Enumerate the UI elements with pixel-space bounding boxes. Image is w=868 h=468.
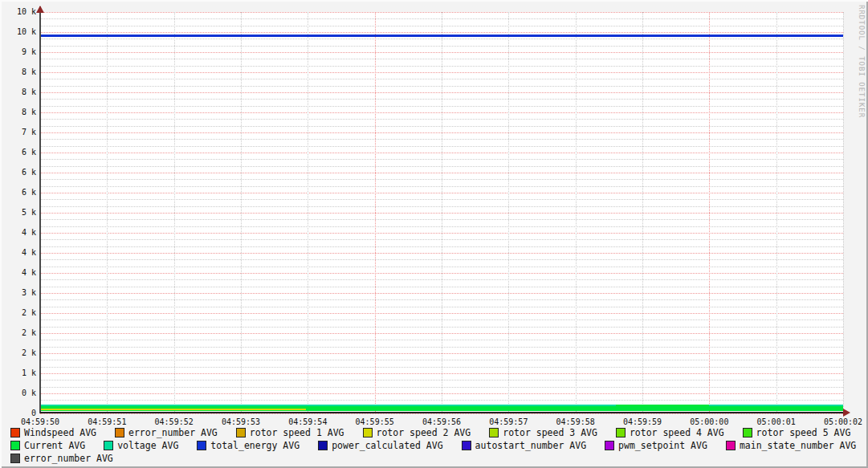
v-gridline-minor: [576, 12, 577, 413]
legend-label: rotor speed 5 AVG: [756, 427, 851, 438]
legend-label: power_calculated AVG: [332, 440, 442, 451]
v-gridline-minor: [843, 12, 844, 413]
y-axis-line: [39, 6, 41, 413]
series-rotor-speed-2-line: [40, 409, 306, 410]
y-axis-tick-label: 5 k: [0, 207, 36, 218]
legend-swatch-icon: [10, 441, 20, 450]
legend-row: Windspeed AVGerror_number AVGrotor speed…: [10, 426, 862, 439]
y-axis-tick-label: 8 k: [0, 67, 36, 77]
legend-item: error_number AVG: [115, 427, 218, 438]
y-axis-tick-label: 8 k: [0, 87, 36, 97]
v-gridline-minor: [107, 12, 108, 413]
legend-item: error_number AVG: [10, 453, 113, 464]
legend-item: rotor speed 4 AVG: [616, 427, 724, 438]
legend-label: total_energy AVG: [210, 440, 300, 451]
legend-item: total_energy AVG: [197, 440, 300, 451]
legend-label: Current AVG: [24, 440, 85, 451]
v-gridline-minor: [308, 12, 308, 413]
legend-item: rotor speed 1 AVG: [236, 427, 344, 438]
legend-swatch-icon: [363, 428, 373, 437]
legend-swatch-icon: [616, 428, 626, 437]
legend-swatch-icon: [104, 441, 113, 450]
legend-label: error_number AVG: [24, 453, 113, 464]
v-gridline-minor: [174, 12, 175, 413]
legend-item: Current AVG: [10, 440, 85, 451]
watermark-text: RRDTOOL / TOBI OETIKER: [858, 5, 866, 118]
y-axis-tick-label: 1 k: [0, 368, 36, 378]
h-gridline-major: [40, 413, 843, 414]
legend-label: pwm_setpoint AVG: [618, 440, 707, 451]
legend: Windspeed AVGerror_number AVGrotor speed…: [10, 426, 862, 465]
v-gridline-minor: [442, 12, 442, 413]
y-axis-arrow-icon: [36, 6, 44, 13]
x-axis-line: [40, 412, 844, 413]
y-axis-tick-label: 7 k: [0, 127, 36, 137]
legend-swatch-icon: [605, 441, 614, 450]
legend-label: autostart_number AVG: [475, 440, 586, 451]
legend-swatch-icon: [10, 454, 20, 463]
y-axis-tick-label: 4 k: [0, 267, 36, 278]
y-axis-tick-label: 10 k: [0, 26, 36, 37]
rrdtool-graph: 10 k10 k9 k8 k8 k8 k7 k6 k6 k6 k5 k4 k4 …: [0, 0, 868, 468]
v-gridline-major: [709, 12, 710, 413]
legend-label: rotor speed 1 AVG: [250, 427, 344, 438]
legend-item: pwm_setpoint AVG: [605, 440, 707, 451]
y-axis-tick-label: 4 k: [0, 227, 36, 238]
legend-item: rotor speed 2 AVG: [363, 427, 471, 438]
y-axis-tick-label: 4 k: [0, 247, 36, 258]
legend-item: voltage AVG: [104, 440, 178, 451]
legend-item: rotor speed 5 AVG: [743, 427, 851, 438]
legend-item: rotor speed 3 AVG: [489, 427, 597, 438]
y-axis-tick-label: 8 k: [0, 107, 36, 117]
legend-swatch-icon: [462, 441, 471, 450]
legend-label: Windspeed AVG: [24, 427, 96, 438]
legend-swatch-icon: [726, 441, 736, 450]
x-axis-arrow-icon: [843, 409, 850, 417]
y-axis-tick-label: 0 k: [0, 388, 36, 398]
y-axis-tick-label: 9 k: [0, 47, 36, 57]
legend-item: main_state_number AVG: [726, 440, 856, 451]
legend-swatch-icon: [236, 428, 246, 437]
y-axis-tick-label: 2 k: [0, 348, 36, 358]
legend-item: power_calculated AVG: [318, 440, 442, 451]
y-axis-tick-label: 3 k: [0, 287, 36, 298]
legend-swatch-icon: [115, 428, 124, 437]
v-gridline-minor: [642, 12, 643, 413]
legend-label: rotor speed 3 AVG: [503, 427, 597, 438]
plot-area: [40, 12, 843, 413]
series-current-band-high-segment: [616, 405, 709, 411]
legend-row: error_number AVG: [10, 452, 862, 465]
legend-swatch-icon: [743, 428, 752, 437]
y-axis-tick-label: 2 k: [0, 307, 36, 318]
v-gridline-minor: [776, 12, 777, 413]
v-gridline-minor: [241, 12, 242, 413]
legend-label: error_number AVG: [128, 427, 218, 438]
legend-swatch-icon: [318, 441, 328, 450]
legend-label: main_state_number AVG: [740, 440, 856, 451]
v-gridline-major: [375, 12, 376, 413]
legend-label: voltage AVG: [117, 440, 178, 451]
legend-swatch-icon: [10, 428, 20, 437]
v-gridline-minor: [508, 12, 509, 413]
y-axis-tick-label: 6 k: [0, 147, 36, 157]
legend-label: rotor speed 4 AVG: [630, 427, 724, 438]
legend-swatch-icon: [197, 441, 206, 450]
series-total-energy-line: [40, 35, 843, 37]
legend-item: Windspeed AVG: [10, 427, 96, 438]
y-axis-tick-label: 2 k: [0, 328, 36, 338]
legend-row: Current AVGvoltage AVGtotal_energy AVGpo…: [10, 439, 862, 452]
legend-label: rotor speed 2 AVG: [377, 427, 471, 438]
legend-item: autostart_number AVG: [462, 440, 586, 451]
y-axis-tick-label: 6 k: [0, 187, 36, 197]
y-axis-tick-label: 6 k: [0, 167, 36, 177]
y-axis-tick-label: 10 k: [0, 6, 36, 17]
legend-swatch-icon: [489, 428, 499, 437]
